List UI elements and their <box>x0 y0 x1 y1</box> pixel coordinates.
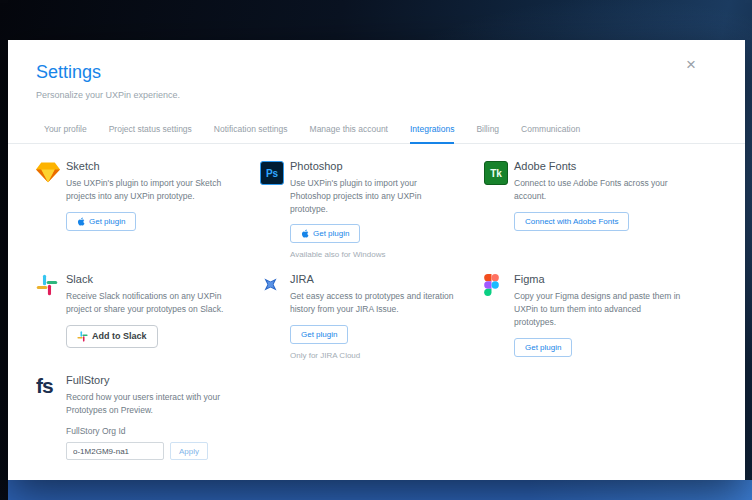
apple-icon <box>77 217 85 226</box>
integration-card-fullstory: fs FullStory Record how your users inter… <box>36 374 260 461</box>
tk-tile: Tk <box>484 161 508 185</box>
close-icon[interactable]: × <box>686 56 696 73</box>
integration-title: Adobe Fonts <box>514 160 708 172</box>
button-label: Get plugin <box>313 229 349 238</box>
integration-description: Use UXPin's plugin to import your Photos… <box>290 177 458 215</box>
button-label: Get plugin <box>525 343 561 352</box>
integration-card-adobe-fonts: Tk Adobe Fonts Connect to use Adobe Font… <box>484 160 708 259</box>
settings-modal: × Settings Personalize your UXPin experi… <box>8 40 745 480</box>
figma-get-plugin-button[interactable]: Get plugin <box>514 338 572 357</box>
photoshop-ps-icon: Ps <box>260 161 284 185</box>
tab-notification-settings[interactable]: Notification settings <box>214 124 288 143</box>
slack-icon <box>36 274 60 298</box>
page-title: Settings <box>36 62 745 83</box>
photoshop-note: Available also for Windows <box>290 250 484 259</box>
integration-description: Record how your users interact with your… <box>66 391 234 417</box>
fullstory-org-id-label: FullStory Org Id <box>66 426 260 436</box>
integration-description: Copy your Figma designs and paste them i… <box>514 290 682 328</box>
photoshop-get-plugin-button[interactable]: Get plugin <box>290 224 360 243</box>
button-label: Get plugin <box>89 217 125 226</box>
integration-card-sketch: Sketch Use UXPin's plugin to import your… <box>36 160 260 259</box>
tab-communication[interactable]: Communication <box>521 124 580 143</box>
tab-integrations[interactable]: Integrations <box>410 124 454 143</box>
integration-card-slack: Slack Receive Slack notifications on any… <box>36 273 260 360</box>
jira-icon <box>260 274 284 298</box>
integration-card-figma: Figma Copy your Figma designs and paste … <box>484 273 708 360</box>
integration-title: Sketch <box>66 160 260 172</box>
button-label: Get plugin <box>301 330 337 339</box>
jira-note: Only for JIRA Cloud <box>290 351 484 360</box>
integrations-grid: Sketch Use UXPin's plugin to import your… <box>36 160 745 460</box>
tab-your-profile[interactable]: Your profile <box>44 124 87 143</box>
button-label: Add to Slack <box>92 331 147 341</box>
button-label: Connect with Adobe Fonts <box>525 217 618 226</box>
integration-title: FullStory <box>66 374 260 386</box>
fullstory-fs-icon: fs <box>36 375 60 399</box>
fs-mark: fs <box>36 375 53 396</box>
tab-bar: Your profile Project status settings Not… <box>8 124 745 144</box>
integration-title: JIRA <box>290 273 484 285</box>
figma-icon <box>484 274 508 298</box>
connect-adobe-fonts-button[interactable]: Connect with Adobe Fonts <box>514 212 629 231</box>
sketch-diamond-icon <box>36 161 60 185</box>
integration-description: Use UXPin's plugin to import your Sketch… <box>66 177 234 203</box>
apple-icon <box>301 229 309 238</box>
integration-description: Get easy access to prototypes and iterat… <box>290 290 458 316</box>
tab-billing[interactable]: Billing <box>476 124 499 143</box>
ps-tile: Ps <box>260 161 284 185</box>
integration-title: Slack <box>66 273 260 285</box>
apply-button[interactable]: Apply <box>170 442 208 460</box>
integration-card-jira: JIRA Get easy access to prototypes and i… <box>260 273 484 360</box>
fullstory-org-id-input[interactable] <box>66 442 164 460</box>
integration-title: Figma <box>514 273 708 285</box>
fullstory-field-row: Apply <box>66 442 260 460</box>
adobe-fonts-tk-icon: Tk <box>484 161 508 185</box>
sketch-get-plugin-button[interactable]: Get plugin <box>66 212 136 231</box>
add-to-slack-button[interactable]: Add to Slack <box>66 325 158 348</box>
integration-card-photoshop: Ps Photoshop Use UXPin's plugin to impor… <box>260 160 484 259</box>
tab-manage-this-account[interactable]: Manage this account <box>310 124 388 143</box>
background-window-strip <box>8 480 752 500</box>
jira-get-plugin-button[interactable]: Get plugin <box>290 325 348 344</box>
slack-button-icon <box>77 331 88 342</box>
integration-title: Photoshop <box>290 160 484 172</box>
tab-project-status-settings[interactable]: Project status settings <box>109 124 192 143</box>
integration-description: Receive Slack notifications on any UXPin… <box>66 290 234 316</box>
integration-description: Connect to use Adobe Fonts across your a… <box>514 177 682 203</box>
page-subtitle: Personalize your UXPin experience. <box>36 90 745 100</box>
